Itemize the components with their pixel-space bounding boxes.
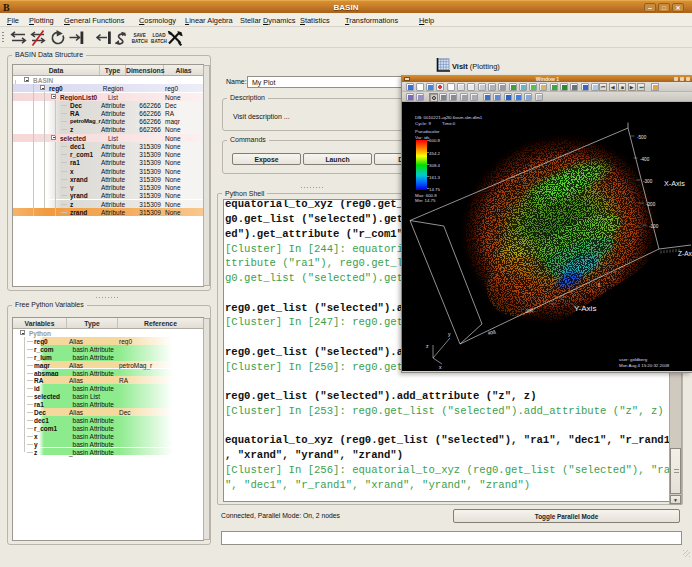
svg-text:Z-Axis: Z-Axis	[678, 250, 692, 257]
svg-text:Min: 14.75: Min: 14.75	[415, 198, 436, 203]
svg-text:14.75: 14.75	[429, 187, 441, 192]
svg-text:-200: -200	[646, 202, 656, 207]
svg-text:454.2: 454.2	[429, 151, 441, 156]
svg-text:BATCH: BATCH	[132, 39, 148, 44]
svg-text:Cycle: 9: Cycle: 9	[415, 121, 431, 126]
svg-text:Time:0: Time:0	[442, 121, 456, 126]
svg-text:-100: -100	[649, 224, 659, 229]
svg-text:X-Axis: X-Axis	[664, 179, 685, 188]
svg-text:161.3: 161.3	[429, 175, 441, 180]
svg-text:BATCH: BATCH	[151, 39, 167, 44]
svg-text:600.8: 600.8	[429, 138, 441, 143]
svg-text:SAVE: SAVE	[134, 33, 147, 38]
svg-text:-300: -300	[643, 179, 653, 184]
svg-text:-500: -500	[637, 135, 647, 140]
svg-text:Pseudocolor: Pseudocolor	[415, 129, 440, 134]
svg-text:DB: 0010221+q2l0.6osm.slm.dlm1: DB: 0010221+q2l0.6osm.slm.dlm1	[415, 115, 483, 120]
svg-text:user: goldberg: user: goldberg	[619, 357, 648, 362]
svg-text:308.4: 308.4	[429, 163, 441, 168]
svg-text:Y-Axis: Y-Axis	[574, 304, 596, 313]
svg-text:Mon Aug 4 15:20:32 2008: Mon Aug 4 15:20:32 2008	[619, 363, 670, 368]
svg-text:LOAD: LOAD	[152, 33, 166, 38]
svg-text:-400: -400	[640, 157, 650, 162]
